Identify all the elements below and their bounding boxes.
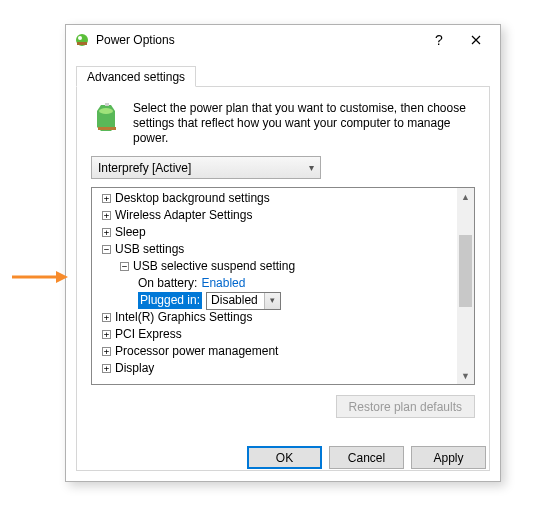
expand-icon[interactable]: + — [102, 347, 111, 356]
power-options-icon — [74, 32, 90, 48]
titlebar: Power Options ? — [66, 25, 500, 55]
tab-advanced-settings[interactable]: Advanced settings — [76, 66, 196, 87]
svg-point-5 — [99, 108, 113, 114]
tree-node[interactable]: +Display — [92, 360, 457, 377]
tree-node-label: PCI Express — [115, 326, 182, 343]
cancel-button[interactable]: Cancel — [329, 446, 404, 469]
dialog-button-row: OK Cancel Apply — [247, 446, 486, 469]
close-button[interactable] — [456, 26, 496, 54]
tree-node-label: Desktop background settings — [115, 190, 270, 207]
svg-rect-6 — [98, 127, 116, 130]
scroll-thumb[interactable] — [459, 235, 472, 307]
expand-icon[interactable]: + — [102, 313, 111, 322]
vertical-scrollbar[interactable]: ▲ ▼ — [457, 188, 474, 384]
svg-rect-7 — [105, 103, 109, 106]
tab-panel: Select the power plan that you want to c… — [76, 86, 490, 471]
scroll-up-button[interactable]: ▲ — [457, 188, 474, 205]
setting-value-link[interactable]: Enabled — [201, 275, 245, 292]
tree-node-label: Sleep — [115, 224, 146, 241]
tree-node[interactable]: −USB settings — [92, 241, 457, 258]
callout-arrow — [12, 269, 68, 285]
expand-icon[interactable]: + — [102, 228, 111, 237]
collapse-icon[interactable]: − — [102, 245, 111, 254]
scroll-track[interactable] — [457, 205, 474, 367]
setting-label: Plugged in: — [138, 292, 202, 309]
tree-node-label: USB selective suspend setting — [133, 258, 295, 275]
tree-node-label: Display — [115, 360, 154, 377]
restore-plan-defaults-button[interactable]: Restore plan defaults — [336, 395, 475, 418]
chevron-down-icon[interactable]: ▾ — [264, 293, 280, 309]
scroll-down-button[interactable]: ▼ — [457, 367, 474, 384]
expand-icon[interactable]: + — [102, 364, 111, 373]
tree-node[interactable]: Plugged in:Disabled▾ — [92, 292, 457, 309]
expand-icon[interactable]: + — [102, 330, 111, 339]
tree-node[interactable]: On battery:Enabled — [92, 275, 457, 292]
setting-label: On battery: — [138, 275, 197, 292]
setting-value-select[interactable]: Disabled▾ — [206, 292, 281, 310]
svg-point-4 — [78, 36, 82, 40]
chevron-down-icon: ▾ — [309, 162, 314, 173]
battery-plan-icon — [91, 101, 123, 133]
expand-icon[interactable]: + — [102, 211, 111, 220]
collapse-icon[interactable]: − — [120, 262, 129, 271]
tree-node[interactable]: +Intel(R) Graphics Settings — [92, 309, 457, 326]
tree-node[interactable]: +Sleep — [92, 224, 457, 241]
tree-node-label: Processor power management — [115, 343, 278, 360]
help-button[interactable]: ? — [422, 26, 456, 54]
tree-node-label: Wireless Adapter Settings — [115, 207, 252, 224]
intro-row: Select the power plan that you want to c… — [91, 101, 475, 146]
window-title: Power Options — [96, 33, 422, 47]
svg-rect-3 — [77, 42, 87, 45]
tree-node[interactable]: −USB selective suspend setting — [92, 258, 457, 275]
intro-text: Select the power plan that you want to c… — [133, 101, 475, 146]
tree-node-label: USB settings — [115, 241, 184, 258]
apply-button[interactable]: Apply — [411, 446, 486, 469]
power-options-dialog: Power Options ? Advanced settings — [65, 24, 501, 482]
expand-icon[interactable]: + — [102, 194, 111, 203]
tree-node[interactable]: +Desktop background settings — [92, 190, 457, 207]
settings-tree: +Desktop background settings+Wireless Ad… — [91, 187, 475, 385]
tree-node[interactable]: +PCI Express — [92, 326, 457, 343]
tree-node[interactable]: +Wireless Adapter Settings — [92, 207, 457, 224]
power-plan-select[interactable]: Interprefy [Active] ▾ — [91, 156, 321, 179]
ok-button[interactable]: OK — [247, 446, 322, 469]
tree-node[interactable]: +Processor power management — [92, 343, 457, 360]
tree-node-label: Intel(R) Graphics Settings — [115, 309, 252, 326]
